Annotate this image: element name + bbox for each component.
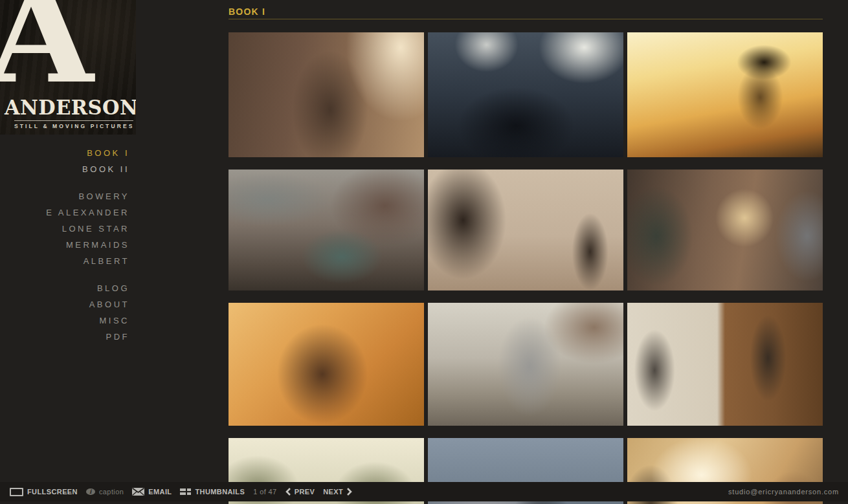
sidebar-item-lone-star[interactable]: LONE STAR (0, 221, 129, 237)
prev-button[interactable]: PREV (285, 488, 315, 496)
sidebar-nav: BOOK I BOOK II BOWERY E ALEXANDER LONE S… (0, 145, 129, 345)
photo-thumbnail-5[interactable] (428, 170, 623, 290)
photo-thumbnail-1[interactable] (229, 32, 424, 157)
photo-thumbnail-9[interactable] (627, 303, 823, 426)
sidebar-item-about[interactable]: ABOUT (0, 296, 129, 312)
nav-group-projects: BOWERY E ALEXANDER LONE STAR MERMAIDS AL… (0, 188, 129, 269)
logo-divider (14, 120, 133, 121)
contact-email-link[interactable]: studio@ericryananderson.com (728, 488, 848, 496)
sidebar-item-book-ii[interactable]: BOOK II (0, 161, 129, 177)
portfolio-page: A ANDERSON STILL & MOVING PICTURES BOOK … (0, 0, 848, 504)
photo-thumbnail-6[interactable] (627, 170, 823, 290)
footer-controls: FULLSCREEN i caption EMAIL THUMBNAILS 1 … (0, 488, 361, 496)
next-label: NEXT (323, 488, 343, 496)
sidebar-item-blog[interactable]: BLOG (0, 280, 129, 296)
sidebar-item-pdf[interactable]: PDF (0, 329, 129, 345)
nav-group-info: BLOG ABOUT MISC PDF (0, 280, 129, 345)
caption-label: caption (99, 488, 124, 496)
sidebar-item-book-i[interactable]: BOOK I (0, 145, 129, 161)
footer-toolbar: FULLSCREEN i caption EMAIL THUMBNAILS 1 … (0, 482, 848, 501)
brand-tagline: STILL & MOVING PICTURES (14, 123, 136, 129)
email-icon (132, 488, 144, 496)
caption-icon: i (86, 488, 95, 495)
fullscreen-label: FULLSCREEN (27, 488, 78, 496)
photo-thumbnail-8[interactable] (428, 303, 623, 426)
prev-label: PREV (295, 488, 315, 496)
thumbnails-label: THUMBNAILS (195, 488, 245, 496)
thumbnails-icon (180, 488, 191, 495)
sidebar-item-mermaids[interactable]: MERMAIDS (0, 237, 129, 253)
caption-toggle[interactable]: i caption (86, 488, 124, 496)
fullscreen-button[interactable]: FULLSCREEN (10, 488, 78, 496)
page-title: BOOK I (229, 6, 265, 17)
photo-grid (229, 32, 823, 504)
sidebar-item-bowery[interactable]: BOWERY (0, 188, 129, 204)
email-label: EMAIL (148, 488, 172, 496)
sidebar: A ANDERSON STILL & MOVING PICTURES BOOK … (0, 0, 136, 504)
next-button[interactable]: NEXT (323, 488, 352, 496)
brand-logo[interactable]: A ANDERSON STILL & MOVING PICTURES (0, 0, 136, 135)
chevron-right-icon (347, 488, 352, 496)
fullscreen-icon (10, 488, 23, 496)
page-indicator: 1 of 47 (253, 488, 276, 496)
brand-monogram: A (0, 0, 94, 102)
photo-thumbnail-2[interactable] (428, 32, 623, 157)
email-button[interactable]: EMAIL (132, 488, 172, 496)
page-header: BOOK I (229, 0, 823, 19)
chevron-left-icon (285, 488, 291, 496)
photo-thumbnail-4[interactable] (229, 170, 424, 290)
thumbnails-button[interactable]: THUMBNAILS (180, 488, 245, 496)
photo-thumbnail-3[interactable] (627, 32, 823, 157)
sidebar-item-albert[interactable]: ALBERT (0, 253, 129, 269)
nav-group-books: BOOK I BOOK II (0, 145, 129, 177)
photo-thumbnail-7[interactable] (229, 303, 424, 426)
sidebar-item-e-alexander[interactable]: E ALEXANDER (0, 204, 129, 221)
sidebar-item-misc[interactable]: MISC (0, 312, 129, 329)
brand-name: ANDERSON (5, 96, 131, 119)
